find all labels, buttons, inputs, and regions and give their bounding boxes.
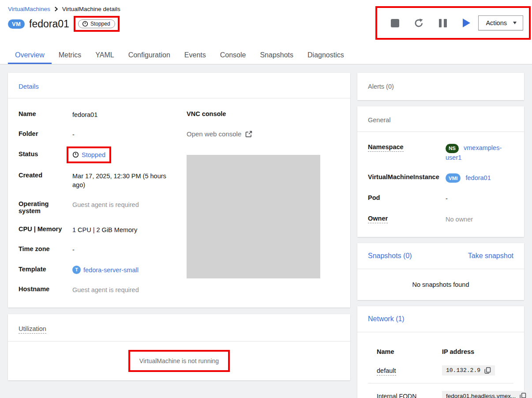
annotation-box-header-status: Stopped <box>74 16 120 32</box>
network-card: Network (1) Name IP address default 10.1… <box>357 306 524 398</box>
chevron-down-icon <box>513 22 517 24</box>
page-header: VirtualMachines VirtualMachine details V… <box>0 0 532 46</box>
detail-label-timezone: Time zone <box>19 245 72 254</box>
external-link-icon <box>245 131 252 138</box>
ip-address-value: 10.132.2.9 <box>446 367 480 374</box>
snapshots-empty-message: No snapshots found <box>357 269 524 300</box>
detail-value-created: Mar 17, 2025, 12:30 PM (5 hours ago) <box>72 172 172 190</box>
general-value-pod: - <box>446 194 513 203</box>
breadcrumb-virtualmachines-link[interactable]: VirtualMachines <box>8 6 50 12</box>
tab-events[interactable]: Events <box>177 46 213 64</box>
tab-overview[interactable]: Overview <box>8 46 52 64</box>
power-off-icon <box>72 151 79 158</box>
right-column: Alerts (0) General Namespace NS vmexampl… <box>357 73 524 398</box>
network-row: default 10.132.2.9 <box>377 365 513 375</box>
start-button[interactable] <box>455 19 479 27</box>
alerts-title: Alerts (0) <box>368 83 394 90</box>
general-card: General Namespace NS vmexamples-user1 Vi… <box>357 106 524 237</box>
detail-value-timezone: - <box>72 245 172 254</box>
fqdn-label: Internal FQDN <box>377 393 442 398</box>
status-link[interactable]: Stopped <box>82 150 105 159</box>
status-badge-label: Stopped <box>90 21 110 27</box>
vmi-link[interactable]: fedora01 <box>465 174 491 181</box>
nic-default-link[interactable]: default <box>377 367 396 375</box>
detail-label-hostname: Hostname <box>19 285 72 294</box>
tab-diagnostics[interactable]: Diagnostics <box>300 46 351 64</box>
general-label-pod: Pod <box>368 194 446 203</box>
status-badge: Stopped <box>78 19 115 28</box>
restart-icon <box>414 18 424 28</box>
tab-bar: Overview Metrics YAML Configuration Even… <box>0 46 532 64</box>
snapshots-card: Snapshots (0) Take snapshot No snapshots… <box>357 243 524 300</box>
page-title: fedora01 <box>29 18 69 30</box>
general-label-vmi: VirtualMachineInstance <box>368 173 446 183</box>
actions-dropdown[interactable]: Actions <box>478 15 523 30</box>
pause-button[interactable] <box>431 19 455 27</box>
open-web-console-link[interactable]: Open web console <box>187 130 320 138</box>
detail-value-folder: - <box>72 130 172 139</box>
details-description-list: Name fedora01 Folder - Status <box>19 110 178 294</box>
stop-icon <box>391 19 399 27</box>
detail-value-name: fedora01 <box>72 110 172 119</box>
vmi-badge-icon: VMI <box>446 173 461 183</box>
copy-icon <box>484 367 491 374</box>
annotation-box-actions: Actions <box>375 6 531 40</box>
take-snapshot-link[interactable]: Take snapshot <box>468 252 513 260</box>
divider <box>368 383 513 383</box>
utilization-card: Utilization VirtualMachine is not runnin… <box>8 314 350 380</box>
play-icon <box>463 19 470 27</box>
template-badge-icon: T <box>72 266 81 274</box>
tab-configuration[interactable]: Configuration <box>121 46 177 64</box>
detail-label-status: Status <box>19 150 72 161</box>
general-value-owner: No owner <box>446 215 513 224</box>
network-col-name: Name <box>377 348 442 355</box>
vnc-console-preview <box>187 155 320 278</box>
copy-fqdn-button[interactable] <box>520 393 526 398</box>
detail-value-os: Guest agent is required <box>72 200 172 214</box>
left-column: Details Name fedora01 Folder - Status <box>8 73 350 380</box>
detail-value-cpu-memory: 1 CPU | 2 GiB Memory <box>72 225 172 234</box>
restart-button[interactable] <box>407 18 431 28</box>
template-link[interactable]: fedora-server-small <box>83 266 139 274</box>
copy-icon <box>520 393 526 398</box>
tab-yaml[interactable]: YAML <box>88 46 121 64</box>
vnc-console-title: VNC console <box>187 110 320 117</box>
actions-dropdown-label: Actions <box>486 19 507 26</box>
fqdn-row: Internal FQDN fedora01.headless.vmex... <box>377 391 513 398</box>
tab-metrics[interactable]: Metrics <box>52 46 89 64</box>
namespace-badge-icon: NS <box>446 144 459 153</box>
vm-details-page: VirtualMachines VirtualMachine details V… <box>0 0 532 398</box>
tab-console[interactable]: Console <box>213 46 253 64</box>
copy-ip-button[interactable] <box>484 367 491 374</box>
general-label-owner[interactable]: Owner <box>368 215 388 223</box>
general-description-list: Namespace NS vmexamples-user1 VirtualMac… <box>357 132 524 237</box>
stop-button[interactable] <box>383 19 407 27</box>
detail-label-created: Created <box>19 172 72 190</box>
general-label-namespace[interactable]: Namespace <box>368 143 404 152</box>
tab-snapshots[interactable]: Snapshots <box>253 46 300 64</box>
vm-resource-badge: VM <box>8 19 25 29</box>
details-card-title-link[interactable]: Details <box>19 83 39 90</box>
details-card: Details Name fedora01 Folder - Status <box>8 73 350 308</box>
pause-icon <box>439 19 447 27</box>
vm-not-running-message: VirtualMachine is not running <box>139 357 219 364</box>
detail-label-folder: Folder <box>19 130 72 139</box>
network-title-link[interactable]: Network (1) <box>368 315 405 323</box>
detail-label-os: Operating system <box>19 200 72 214</box>
overview-content: Details Name fedora01 Folder - Status <box>0 64 532 398</box>
detail-label-template: Template <box>19 266 72 274</box>
open-web-console-label: Open web console <box>187 130 241 138</box>
breadcrumb-current: VirtualMachine details <box>62 6 120 12</box>
network-table: Name IP address default 10.132.2.9 <box>357 332 524 398</box>
detail-label-cpu-memory: CPU | Memory <box>19 225 72 234</box>
vnc-console-section: VNC console Open web console <box>187 110 320 294</box>
general-title: General <box>368 116 391 124</box>
fqdn-value: fedora01.headless.vmex... <box>446 393 516 398</box>
snapshots-title-link[interactable]: Snapshots (0) <box>368 252 412 260</box>
utilization-title[interactable]: Utilization <box>19 325 46 334</box>
alerts-card: Alerts (0) <box>357 73 524 100</box>
annotation-box-status: Stopped <box>67 146 111 163</box>
network-col-ip: IP address <box>442 348 513 355</box>
annotation-box-not-running: VirtualMachine is not running <box>128 350 230 372</box>
breadcrumb-chevron-icon <box>54 7 58 11</box>
